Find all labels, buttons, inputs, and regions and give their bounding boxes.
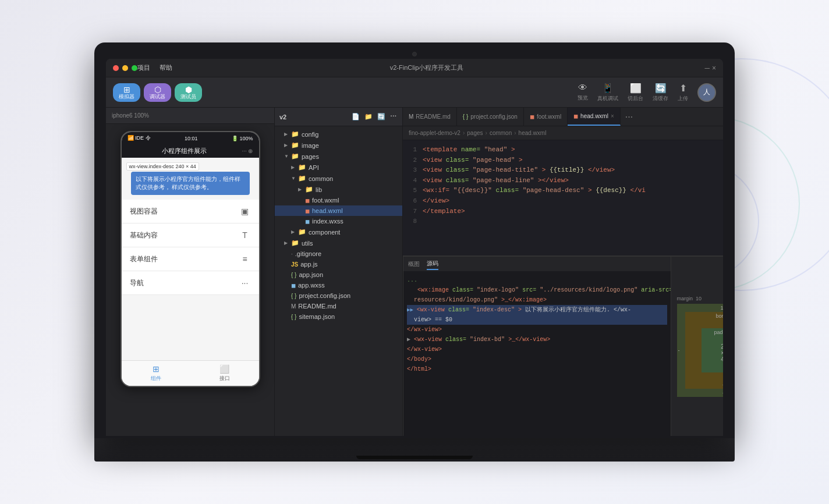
tree-item-project-config[interactable]: { } project.config.json — [275, 290, 402, 301]
clear-cache-icon: 🔄 — [655, 83, 667, 94]
html-code-content[interactable]: ... <wx:image class= "index-logo" src= — [403, 272, 671, 436]
code-scroll-area[interactable]: 1 2 3 4 5 6 7 8 — [403, 140, 723, 255]
tree-item-foot-wxml[interactable]: ◼ foot.wxml — [275, 195, 402, 205]
tree-item-app-js[interactable]: JS app.js — [275, 259, 402, 269]
tree-item-component[interactable]: ▶ 📁 component — [275, 226, 402, 237]
tab-readme[interactable]: M README.md — [403, 108, 457, 126]
phone-component-list: 视图容器 ▣ 基础内容 T 表单组件 ≡ — [122, 200, 259, 295]
collapse-icon[interactable]: ⋯ — [389, 112, 398, 122]
tab-more-button[interactable]: ··· — [621, 108, 637, 126]
box-border-area: border - padding 240 × 44 — [685, 312, 724, 389]
tab-head-wxml[interactable]: ◼ head.wxml × — [568, 108, 621, 126]
list-item-basic[interactable]: 基础内容 T — [122, 223, 259, 247]
debugger-label: 调试器 — [150, 94, 165, 100]
tag-end-html: </html> — [407, 366, 431, 372]
html-preview-panel: 概图 源码 ... — [403, 257, 671, 436]
box-model-visual: border - padding 240 × 44 — [677, 304, 724, 397]
arrow-bd: ▶ — [407, 336, 410, 343]
line-num-6: 6 — [406, 196, 417, 207]
tree-item-common[interactable]: ▼ 📁 common — [275, 173, 402, 184]
tag-wxview-desc: <wx-view — [417, 307, 445, 313]
menu-help[interactable]: 帮助 — [160, 63, 172, 72]
tree-item-lib[interactable]: ▶ 📁 lib — [275, 184, 402, 195]
tag-end-view-6: </view> — [423, 197, 449, 204]
list-item-form[interactable]: 表单组件 ≡ — [122, 247, 259, 271]
simulator-icon: ⊞ — [123, 86, 130, 94]
tree-item-image[interactable]: ▶ 📁 image — [275, 140, 402, 151]
upload-action[interactable]: ⬆ 上传 — [678, 83, 688, 102]
arrow-api: ▶ — [291, 165, 296, 170]
component-name-basic: 基础内容 — [130, 230, 158, 240]
bottom-panel: 概图 源码 ... — [403, 255, 723, 436]
preview-action[interactable]: 👁 预览 — [578, 83, 588, 102]
clear-cache-action[interactable]: 🔄 清缓存 — [653, 83, 668, 102]
tree-item-pages[interactable]: ▼ 📁 pages — [275, 151, 402, 162]
nav-item-component[interactable]: ⊞ 组件 — [122, 361, 190, 386]
tree-item-readme[interactable]: M README.md — [275, 301, 402, 311]
cut-bg-action[interactable]: ⬜ 切后台 — [628, 83, 643, 102]
titlebar-minimize-icon[interactable]: ─ — [704, 64, 710, 72]
simulator-button[interactable]: ⊞ 模拟器 — [113, 83, 140, 102]
html-line-wxview-bd: ▶ <wx-view class= "index-bd" >_</wx-view… — [407, 335, 667, 345]
user-avatar[interactable]: 人 — [697, 83, 716, 102]
json-icon-project: { } — [291, 293, 296, 299]
line-numbers: 1 2 3 4 5 6 7 8 — [403, 140, 420, 255]
arrow-utils: ▶ — [284, 240, 289, 246]
list-item-nav[interactable]: 导航 ··· — [122, 271, 259, 295]
tab-label-readme: README.md — [416, 113, 450, 120]
tree-item-gitignore[interactable]: · .gitignore — [275, 249, 402, 259]
device-debug-action[interactable]: 📱 真机调试 — [597, 83, 618, 102]
tree-item-api[interactable]: ▶ 📁 API — [275, 162, 402, 173]
laptop-camera — [412, 52, 417, 56]
tree-item-index-wxss[interactable]: ◼ index.wxss — [275, 216, 402, 226]
debugger-button[interactable]: ⬡ 调试器 — [144, 83, 171, 102]
attr-class-2: class= — [446, 157, 469, 164]
folder-icon-pages: 📁 — [291, 152, 299, 160]
device-preview: 📶 IDE 令 10:01 🔋 100% 小程序组件展示 ··· ⊕ — [106, 124, 274, 436]
refresh-icon[interactable]: 🔄 — [376, 112, 387, 122]
tester-button[interactable]: ⬢ 测试员 — [175, 83, 202, 102]
bottom-tab-source[interactable]: 源码 — [427, 258, 438, 270]
new-folder-icon[interactable]: 📁 — [363, 112, 374, 122]
nav-item-interface[interactable]: ⬜ 接口 — [190, 361, 259, 386]
html-line-close-wxview-2: </wx-view> — [407, 345, 667, 354]
box-model-margin-label: margin 10 — [677, 296, 702, 301]
maximize-button[interactable] — [132, 65, 137, 71]
laptop-container: 项目 帮助 v2-FinClip小程序开发工具 ─ × ⊞ 模拟器 ⬡ — [94, 42, 735, 462]
new-file-icon[interactable]: 📄 — [350, 112, 361, 122]
html-line-desc-2: view> == $0 — [407, 315, 667, 325]
device-bar: iphone6 100% — [106, 108, 274, 124]
tree-item-config[interactable]: ▶ 📁 config — [275, 129, 402, 140]
phone-desc-badge: wx-view.index-desc 240 × 44 — [126, 162, 199, 171]
tag-close-5: > — [588, 187, 592, 194]
tab-close-head[interactable]: × — [611, 113, 614, 119]
line-num-5: 5 — [406, 186, 417, 196]
code-text-area[interactable]: <template name= "head" > <view class= — [420, 140, 723, 255]
tree-item-app-wxss[interactable]: ◼ app.wxss — [275, 280, 402, 290]
laptop-base — [94, 438, 735, 462]
arrow-config: ▶ — [284, 132, 289, 137]
menu-project[interactable]: 项目 — [137, 63, 150, 72]
list-item-view[interactable]: 视图容器 ▣ — [122, 200, 259, 223]
tree-label-utils: utils — [302, 240, 313, 247]
tab-foot-wxml[interactable]: ◼ foot.wxml — [524, 108, 568, 126]
tag-end-wximage: >_</wx:image> — [501, 297, 547, 303]
minimize-button[interactable] — [122, 65, 128, 71]
tab-project-config[interactable]: { } project.config.json — [457, 108, 524, 126]
tag-close-bd: >_</wx-view> — [508, 336, 550, 343]
tag-wximage: <wx:image — [417, 287, 449, 293]
phone-title-icons[interactable]: ··· ⊕ — [242, 148, 253, 154]
tree-item-sitemap[interactable]: { } sitemap.json — [275, 311, 402, 322]
tree-item-head-wxml[interactable]: ◼ head.wxml — [275, 205, 402, 216]
preview-label: 预览 — [578, 94, 588, 102]
tree-item-utils[interactable]: ▶ 📁 utils — [275, 237, 402, 249]
tree-item-app-json[interactable]: { } app.json — [275, 269, 402, 280]
titlebar-close-icon[interactable]: × — [712, 64, 716, 72]
laptop-hinge — [356, 456, 473, 459]
code-line-2: <view class= "page-head" > — [423, 155, 721, 166]
folder-icon-config: 📁 — [291, 130, 299, 138]
tag-close-1: > — [511, 146, 515, 153]
expr-desc: {{desc}} — [596, 187, 626, 194]
line-num-1: 1 — [406, 145, 417, 155]
close-button[interactable] — [113, 65, 119, 71]
